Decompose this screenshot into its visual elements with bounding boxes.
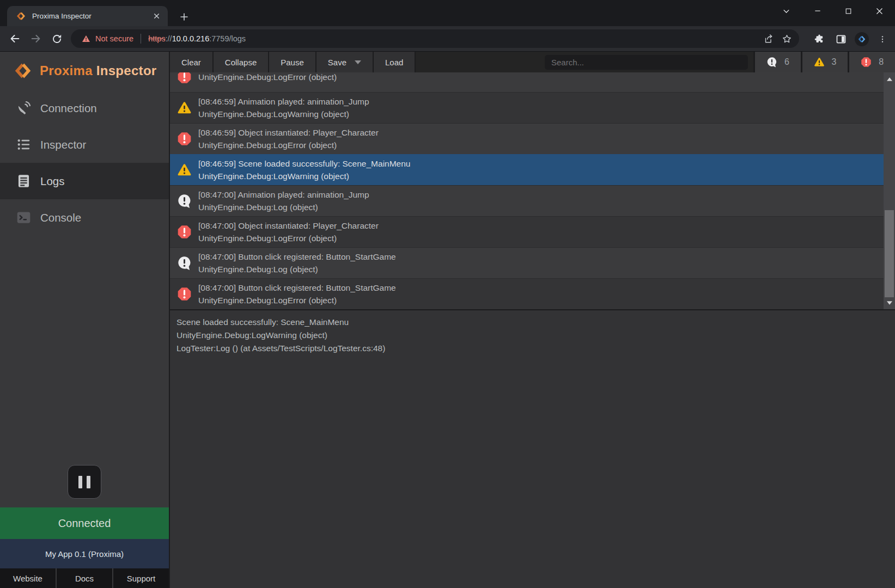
log-row[interactable]: [08:47:00] Object instantiated: Player_C… bbox=[170, 216, 895, 247]
proxima-logo-icon bbox=[13, 61, 33, 81]
tab-bar: Proxima Inspector bbox=[0, 0, 895, 26]
log-row[interactable]: [08:47:00] Button click registered: Butt… bbox=[170, 247, 895, 278]
log-row[interactable]: UnityEngine.Debug:LogError (object) bbox=[170, 72, 895, 92]
clear-button[interactable]: Clear bbox=[170, 52, 214, 72]
footer-link-docs[interactable]: Docs bbox=[57, 568, 113, 588]
footer-link-website[interactable]: Website bbox=[0, 568, 57, 588]
detail-line: Scene loaded successfully: Scene_MainMen… bbox=[176, 316, 887, 329]
url-host: 10.0.0.216 bbox=[172, 34, 210, 43]
log-row[interactable]: [08:47:00] Animation played: animation_J… bbox=[170, 185, 895, 216]
bookmark-star-icon[interactable] bbox=[782, 34, 792, 44]
list-icon bbox=[16, 137, 31, 152]
url-text: https://10.0.0.216:7759/logs bbox=[148, 34, 246, 43]
sidebar-item-inspector[interactable]: Inspector bbox=[0, 126, 169, 163]
load-button[interactable]: Load bbox=[374, 52, 416, 72]
sidebar-item-label: Logs bbox=[40, 175, 64, 188]
info-bubble-icon bbox=[177, 194, 192, 209]
log-row[interactable]: [08:46:59] Object instantiated: Player_C… bbox=[170, 123, 895, 154]
scroll-up-arrow-icon[interactable] bbox=[884, 74, 895, 84]
profile-avatar[interactable] bbox=[855, 32, 869, 46]
warning-triangle-icon bbox=[177, 162, 192, 177]
page-content: Proxima Inspector Connection bbox=[0, 52, 895, 588]
pause-button[interactable]: Pause bbox=[269, 52, 316, 72]
not-secure-warning-icon bbox=[82, 34, 90, 43]
url-path: :7759/logs bbox=[209, 34, 246, 43]
sidebar-item-console[interactable]: Console bbox=[0, 199, 169, 236]
error-octagon-icon bbox=[861, 57, 872, 68]
url-scheme: https bbox=[148, 34, 165, 43]
sidebar-footer: Website Docs Support bbox=[0, 568, 169, 588]
terminal-icon bbox=[16, 210, 31, 225]
log-row[interactable]: [08:47:00] Button click registered: Butt… bbox=[170, 278, 895, 309]
log-row[interactable]: [08:46:59] Animation played: animation_J… bbox=[170, 92, 895, 123]
tab-close-icon[interactable] bbox=[150, 10, 162, 22]
error-octagon-icon bbox=[177, 72, 192, 84]
log-row-selected[interactable]: [08:46:59] Scene loaded successfully: Sc… bbox=[170, 154, 895, 185]
reload-button[interactable] bbox=[47, 29, 66, 48]
extensions-puzzle-icon[interactable] bbox=[811, 31, 827, 47]
connection-status-label: Connected bbox=[58, 517, 111, 530]
info-bubble-icon bbox=[177, 256, 192, 271]
scroll-down-arrow-icon[interactable] bbox=[884, 297, 895, 308]
detail-line: UnityEngine.Debug:LogWarning (object) bbox=[176, 329, 887, 342]
error-octagon-icon bbox=[177, 287, 192, 302]
footer-link-support[interactable]: Support bbox=[113, 568, 169, 588]
log-scrollbar[interactable] bbox=[884, 72, 895, 309]
sidebar-item-label: Inspector bbox=[40, 138, 86, 151]
save-button[interactable]: Save bbox=[316, 52, 374, 72]
app-logo: Proxima Inspector bbox=[0, 52, 169, 90]
sidebar: Proxima Inspector Connection bbox=[0, 52, 170, 588]
omnibox-divider bbox=[141, 34, 141, 44]
tab-search-chevron-icon[interactable] bbox=[771, 0, 802, 22]
url-omnibox[interactable]: Not secure https://10.0.0.216:7759/logs bbox=[71, 29, 799, 48]
maximize-button[interactable] bbox=[833, 0, 864, 22]
share-icon[interactable] bbox=[764, 34, 774, 44]
address-bar-row: Not secure https://10.0.0.216:7759/logs bbox=[0, 26, 895, 52]
tab-title: Proxima Inspector bbox=[32, 12, 150, 20]
warning-triangle-icon bbox=[177, 101, 192, 115]
logs-panel: Clear Collapse Pause Save Load 6 3 8 bbox=[170, 52, 895, 588]
close-window-button[interactable] bbox=[864, 0, 895, 22]
pause-stream-button[interactable] bbox=[68, 465, 101, 499]
sidebar-item-logs[interactable]: Logs bbox=[0, 163, 169, 199]
not-secure-label[interactable]: Not secure bbox=[95, 34, 133, 43]
log-list: UnityEngine.Debug:LogError (object) [08:… bbox=[170, 72, 895, 309]
browser-menu-kebab-icon[interactable] bbox=[874, 31, 891, 47]
save-dropdown-caret-icon[interactable] bbox=[355, 60, 361, 64]
search-input[interactable] bbox=[545, 55, 748, 70]
info-bubble-icon bbox=[766, 57, 777, 68]
error-octagon-icon bbox=[177, 132, 192, 146]
connection-status-badge: Connected bbox=[0, 507, 169, 539]
back-button[interactable] bbox=[5, 29, 24, 48]
browser-window: Proxima Inspector bbox=[0, 0, 895, 588]
app-info-label: My App 0.1 (Proxima) bbox=[45, 549, 124, 559]
log-counters: 6 3 8 bbox=[753, 52, 895, 72]
browser-tab[interactable]: Proxima Inspector bbox=[7, 6, 168, 26]
warning-triangle-icon bbox=[814, 57, 825, 68]
log-detail-pane: Scene loaded successfully: Scene_MainMen… bbox=[170, 309, 895, 588]
forward-button[interactable] bbox=[27, 29, 45, 48]
warning-count[interactable]: 3 bbox=[801, 52, 848, 72]
satellite-icon bbox=[16, 101, 31, 115]
pause-icon bbox=[78, 476, 90, 488]
side-panel-icon[interactable] bbox=[833, 31, 849, 47]
scrollbar-thumb[interactable] bbox=[885, 210, 894, 297]
proxima-favicon-icon bbox=[16, 11, 26, 21]
sidebar-item-label: Connection bbox=[40, 102, 97, 115]
app-title: Proxima Inspector bbox=[40, 63, 157, 78]
sidebar-item-connection[interactable]: Connection bbox=[0, 90, 169, 126]
detail-line: LogTester:Log () (at Assets/TestScripts/… bbox=[176, 342, 887, 355]
sidebar-item-label: Console bbox=[40, 211, 81, 224]
info-count[interactable]: 6 bbox=[753, 52, 801, 72]
app-info-bar: My App 0.1 (Proxima) bbox=[0, 539, 169, 568]
error-count[interactable]: 8 bbox=[848, 52, 895, 72]
collapse-button[interactable]: Collapse bbox=[214, 52, 269, 72]
new-tab-button[interactable] bbox=[176, 9, 192, 24]
minimize-button[interactable] bbox=[802, 0, 833, 22]
error-octagon-icon bbox=[177, 225, 192, 240]
document-lines-icon bbox=[16, 174, 31, 188]
url-separator: :// bbox=[166, 34, 172, 43]
window-controls bbox=[771, 0, 895, 22]
